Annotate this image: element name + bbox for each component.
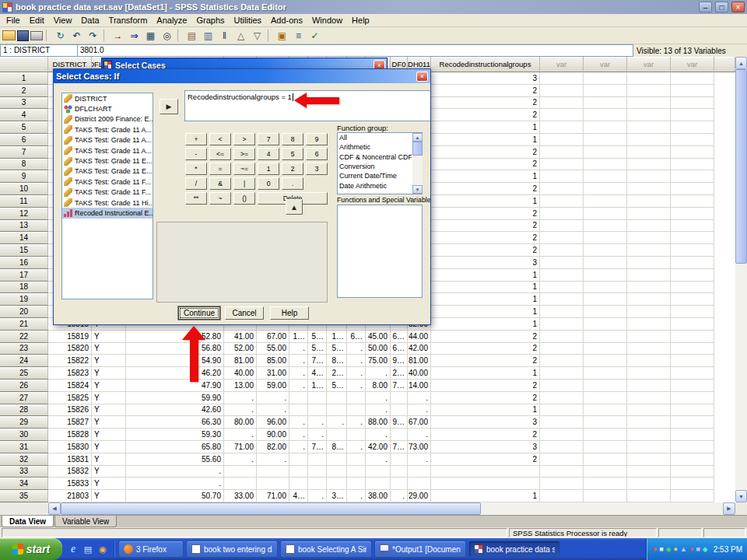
cell[interactable]: 56.80	[126, 343, 224, 355]
cell[interactable]: 96.00	[257, 416, 289, 429]
cell[interactable]	[540, 490, 584, 502]
cell[interactable]: 1	[431, 134, 540, 146]
taskbar-window-button[interactable]: book practice data se...	[468, 541, 560, 558]
cell[interactable]: .	[366, 429, 391, 441]
cell[interactable]	[627, 367, 671, 380]
cell[interactable]: 3	[431, 72, 540, 85]
cell[interactable]	[627, 170, 671, 183]
cell[interactable]	[671, 318, 714, 331]
cell[interactable]: .	[366, 392, 391, 404]
tab-data-view[interactable]: Data View	[2, 516, 54, 527]
cell[interactable]: Y	[92, 380, 126, 392]
scroll-thumb[interactable]	[412, 142, 423, 156]
cell[interactable]	[714, 478, 735, 490]
cell[interactable]: 15828	[48, 429, 92, 441]
cell[interactable]: 42.60	[126, 404, 224, 417]
transfer-arrow-button[interactable]: ▶	[160, 99, 178, 114]
cell[interactable]: 15831	[48, 453, 92, 466]
cell[interactable]	[627, 244, 671, 257]
cell[interactable]: .	[224, 429, 257, 441]
toolbar-icon[interactable]: ↷	[86, 29, 100, 42]
row-number[interactable]: 12	[0, 208, 48, 220]
cell[interactable]	[714, 244, 735, 257]
cell[interactable]: 81.00	[224, 355, 257, 367]
cell[interactable]	[540, 121, 584, 134]
cell[interactable]: 2	[431, 85, 540, 97]
cell[interactable]	[347, 429, 366, 441]
cell[interactable]	[671, 121, 714, 134]
cell[interactable]: .	[308, 429, 327, 441]
row-number[interactable]: 4	[0, 109, 48, 121]
taskbar-window-button[interactable]: book two entering da...	[186, 541, 278, 558]
scroll-left-button[interactable]: ◀	[48, 502, 61, 515]
variable-list-item[interactable]: TAKS Test: Grade 11 F...	[62, 187, 153, 198]
cell[interactable]	[714, 170, 735, 183]
cell[interactable]: 2	[431, 331, 540, 343]
cell[interactable]: 73.00	[408, 441, 431, 453]
cell[interactable]	[327, 453, 347, 466]
menu-item[interactable]: Add-ons	[266, 14, 307, 26]
cell[interactable]: .	[289, 441, 308, 453]
cell[interactable]: Y	[92, 331, 126, 343]
cell[interactable]	[540, 367, 584, 380]
cell[interactable]	[671, 72, 714, 85]
cell[interactable]	[540, 72, 584, 85]
cell[interactable]: .	[289, 343, 308, 355]
cell[interactable]	[347, 453, 366, 466]
cell[interactable]	[408, 466, 431, 478]
cell[interactable]	[714, 208, 735, 220]
cell[interactable]	[540, 380, 584, 392]
row-number[interactable]: 7	[0, 146, 48, 159]
cell[interactable]: Y	[92, 441, 126, 453]
cell[interactable]: 50.00	[366, 343, 391, 355]
menu-item[interactable]: Utilities	[230, 14, 266, 26]
toolbar-icon[interactable]: ▦	[143, 29, 158, 42]
column-header[interactable]: var	[671, 57, 714, 72]
cell[interactable]	[714, 490, 735, 502]
keypad-button[interactable]: ()	[233, 192, 255, 205]
cell[interactable]: .	[308, 416, 327, 429]
cell[interactable]	[584, 318, 627, 331]
cell[interactable]	[627, 121, 671, 134]
cell[interactable]: 88.00	[366, 416, 391, 429]
cell[interactable]	[391, 466, 408, 478]
cell[interactable]	[671, 134, 714, 146]
function-group-scrollbar[interactable]: ▲▼	[412, 133, 423, 194]
cell[interactable]	[327, 478, 347, 490]
cell[interactable]: .	[289, 416, 308, 429]
cell[interactable]	[391, 429, 408, 441]
keypad-button[interactable]: 2	[282, 163, 303, 175]
variable-list-item[interactable]: DISTRICT	[62, 93, 153, 103]
functions-list[interactable]	[337, 205, 423, 298]
variable-list[interactable]: DISTRICT DFLCHART District 2009 Finance:…	[61, 93, 153, 299]
variable-list-item[interactable]: DFLCHART	[62, 103, 153, 114]
cell[interactable]	[540, 97, 584, 110]
keypad-button[interactable]: >=	[233, 148, 255, 160]
cell[interactable]	[584, 232, 627, 244]
continue-button[interactable]: Continue	[178, 306, 220, 320]
cell[interactable]	[671, 195, 714, 208]
cell[interactable]	[714, 269, 735, 282]
row-number[interactable]: 19	[0, 293, 48, 306]
cell[interactable]	[714, 453, 735, 466]
cell[interactable]: .	[347, 490, 366, 502]
row-number[interactable]: 17	[0, 269, 48, 282]
quick-launch-icon[interactable]: ◉	[96, 543, 109, 555]
cell[interactable]	[714, 232, 735, 244]
cell[interactable]: 50.70	[126, 490, 224, 502]
scroll-up-button[interactable]: ▲	[735, 57, 747, 69]
cell[interactable]: 6…	[391, 331, 408, 343]
cell[interactable]: 4…	[289, 490, 308, 502]
menu-item[interactable]: Help	[347, 14, 374, 26]
keypad-button[interactable]: 8	[282, 133, 303, 145]
cell[interactable]: 2	[431, 343, 540, 355]
cell[interactable]: 3	[431, 257, 540, 269]
scroll-down-button[interactable]: ▼	[735, 490, 747, 502]
cell[interactable]: Y	[92, 416, 126, 429]
row-number[interactable]: 3	[0, 97, 48, 110]
toolbar-icon[interactable]: ≡	[291, 29, 306, 42]
cell[interactable]	[671, 392, 714, 404]
variable-list-item[interactable]: TAKS Test: Grade 11 A...	[62, 145, 153, 156]
variable-list-item[interactable]: TAKS Test: Grade 11 E...	[62, 156, 153, 166]
cell[interactable]: 7…	[308, 441, 327, 453]
